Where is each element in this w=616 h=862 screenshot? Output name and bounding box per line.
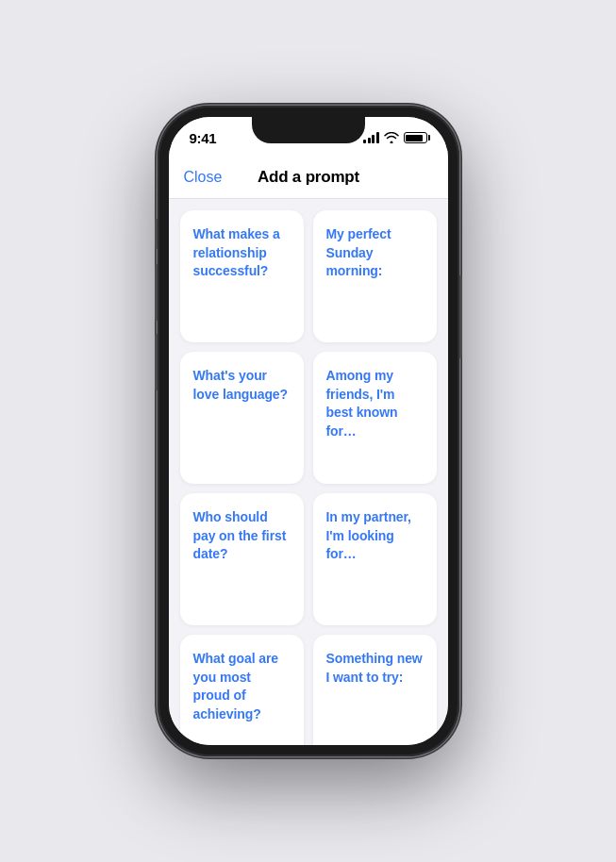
prompt-card-2[interactable]: My perfect Sunday morning: <box>313 210 437 342</box>
prompt-card-1[interactable]: What makes a relationship successful? <box>180 210 304 342</box>
prompt-card-5[interactable]: Who should pay on the first date? <box>180 493 304 625</box>
status-bar: 9:41 <box>169 117 448 158</box>
prompt-text-4: Among my friends, I'm best known for… <box>326 367 424 440</box>
status-icons <box>363 132 427 143</box>
notch <box>252 117 365 143</box>
signal-icon <box>363 132 379 143</box>
prompt-card-4[interactable]: Among my friends, I'm best known for… <box>313 352 437 484</box>
prompts-grid: What makes a relationship successful?My … <box>180 210 437 745</box>
power-button[interactable] <box>459 275 462 358</box>
status-time: 9:41 <box>190 130 217 146</box>
prompt-card-8[interactable]: Something new I want to try: <box>313 635 437 745</box>
prompt-text-1: What makes a relationship successful? <box>193 225 291 281</box>
prompt-text-7: What goal are you most proud of achievin… <box>193 650 291 723</box>
volume-up-button[interactable] <box>155 264 158 321</box>
prompt-card-3[interactable]: What's your love language? <box>180 352 304 484</box>
close-button[interactable]: Close <box>184 169 223 186</box>
mute-button[interactable] <box>155 219 158 249</box>
prompt-card-6[interactable]: In my partner, I'm looking for… <box>313 493 437 625</box>
prompt-text-6: In my partner, I'm looking for… <box>326 508 424 564</box>
phone-screen: 9:41 Close Add a prompt <box>169 117 448 745</box>
battery-icon <box>404 132 427 143</box>
navigation-bar: Close Add a prompt <box>169 158 448 199</box>
prompt-text-8: Something new I want to try: <box>326 650 424 687</box>
wifi-icon <box>384 132 399 143</box>
volume-down-button[interactable] <box>155 334 158 390</box>
prompts-content: What makes a relationship successful?My … <box>169 199 448 745</box>
page-title: Add a prompt <box>258 168 359 187</box>
prompt-card-7[interactable]: What goal are you most proud of achievin… <box>180 635 304 745</box>
prompt-text-3: What's your love language? <box>193 367 291 404</box>
prompt-text-5: Who should pay on the first date? <box>193 508 291 564</box>
prompt-text-2: My perfect Sunday morning: <box>326 225 424 281</box>
phone-frame: 9:41 Close Add a prompt <box>158 106 459 756</box>
